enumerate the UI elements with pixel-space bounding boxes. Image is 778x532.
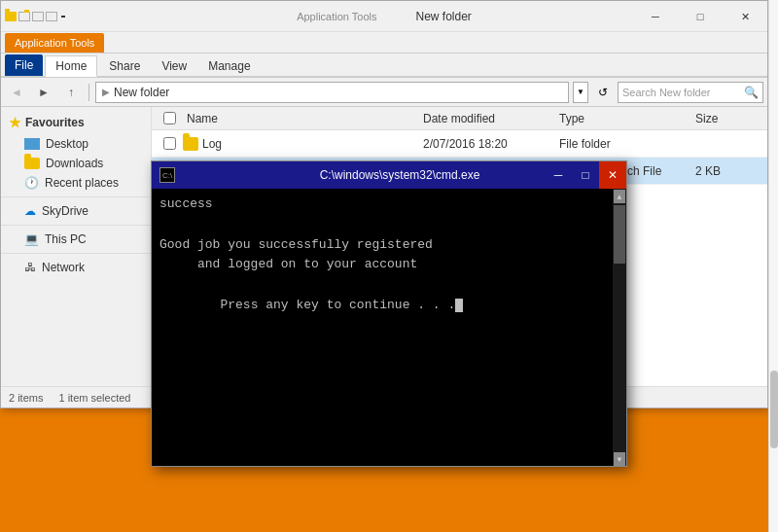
log-date: 2/07/2016 18:20	[423, 137, 559, 151]
explorer-close-button[interactable]: ✕	[723, 1, 767, 32]
sidebar-section-favourites: ★ Favourites Desktop Downloads 🕐 Recent …	[1, 111, 151, 193]
sidebar-separator-3	[1, 253, 151, 254]
cmd-scroll-thumb[interactable]	[614, 205, 625, 264]
table-row[interactable]: Log 2/07/2016 18:20 File folder	[152, 130, 767, 158]
search-box[interactable]: Search New folder 🔍	[618, 82, 763, 103]
explorer-minimize-button[interactable]: ─	[633, 1, 678, 32]
nav-back-button[interactable]: ◄	[5, 82, 28, 103]
sidebar-item-recent[interactable]: 🕐 Recent places	[1, 173, 151, 193]
cmd-line-blank	[159, 215, 619, 235]
log-type: File folder	[559, 137, 695, 151]
select-all-checkbox[interactable]	[156, 112, 183, 124]
desktop-scrollbar[interactable]	[768, 0, 778, 532]
log-folder-icon	[183, 137, 198, 151]
sidebar-item-desktop[interactable]: Desktop	[1, 134, 151, 154]
explorer-maximize-button[interactable]: □	[678, 1, 723, 32]
file-list-header: Name Date modified Type Size	[152, 107, 767, 130]
cmd-maximize-button[interactable]: □	[572, 161, 599, 189]
cmd-icon: C:\	[159, 167, 175, 183]
cmd-controls: ─ □ ✕	[545, 161, 626, 189]
cmd-title-bar: C:\ C:\windows\system32\cmd.exe ─ □ ✕	[152, 161, 626, 189]
cmd-line-1: Good job you successfully registered	[159, 235, 619, 256]
ribbon: Application Tools File Home Share View M…	[1, 32, 767, 78]
address-field[interactable]: ▶ New folder	[95, 82, 569, 103]
column-date[interactable]: Date modified	[423, 112, 559, 125]
log-name: Log	[202, 137, 222, 151]
tab-manage[interactable]: Manage	[198, 56, 260, 76]
cmd-content: success Good job you successfully regist…	[152, 189, 626, 466]
cmd-cursor	[455, 299, 463, 312]
cmd-minimize-button[interactable]: ─	[545, 161, 572, 189]
address-bar: ◄ ► ↑ ▶ New folder ▼ ↺ Search New folder…	[1, 78, 767, 107]
cmd-line-success: success	[159, 195, 619, 215]
sidebar-item-downloads[interactable]: Downloads	[1, 154, 151, 173]
explorer-title: Application Tools New folder	[297, 10, 472, 23]
cmd-window: C:\ C:\windows\system32\cmd.exe ─ □ ✕ su…	[151, 160, 627, 467]
column-name[interactable]: Name	[183, 112, 423, 125]
sidebar-header-favourites[interactable]: ★ Favourites	[1, 111, 151, 134]
tab-application-tools[interactable]: Application Tools	[5, 33, 104, 53]
tab-file[interactable]: File	[5, 54, 43, 76]
refresh-button[interactable]: ↺	[592, 82, 614, 103]
sidebar-separator-1	[1, 196, 151, 197]
cmd-close-button[interactable]: ✕	[599, 161, 626, 189]
tab-share[interactable]: Share	[99, 56, 150, 76]
column-size[interactable]: Size	[695, 112, 763, 125]
desktop: Application Tools New folder ─ □ ✕ Appli…	[0, 0, 778, 532]
tab-home[interactable]: Home	[45, 55, 97, 77]
status-selected: 1 item selected	[58, 392, 130, 404]
column-type[interactable]: Type	[559, 112, 695, 125]
desktop-scrollbar-thumb[interactable]	[770, 371, 778, 448]
login-size: 2 KB	[695, 164, 763, 178]
title-bar-controls: ─ □ ✕	[633, 1, 767, 32]
cmd-scrollbar[interactable]: ▲ ▼	[613, 189, 626, 466]
nav-forward-button[interactable]: ►	[32, 82, 55, 103]
cmd-line-2: and logged on to your account	[159, 255, 619, 275]
address-dropdown[interactable]: ▼	[573, 82, 588, 103]
tab-view[interactable]: View	[152, 56, 196, 76]
nav-up-button[interactable]: ↑	[59, 82, 83, 103]
title-bar-left	[5, 12, 69, 21]
row-checkbox-log[interactable]	[156, 137, 183, 150]
sidebar-separator-2	[1, 225, 151, 226]
sidebar-item-skydrive[interactable]: ☁ SkyDrive	[1, 201, 151, 221]
status-item-count: 2 items	[9, 392, 43, 404]
explorer-title-bar: Application Tools New folder ─ □ ✕	[1, 1, 767, 32]
sidebar: ★ Favourites Desktop Downloads 🕐 Recent …	[1, 107, 152, 386]
sidebar-item-this-pc[interactable]: 💻 This PC	[1, 230, 151, 249]
cmd-line-3: Press any key to continue . . .	[159, 275, 619, 336]
sidebar-item-network[interactable]: 🖧 Network	[1, 258, 151, 277]
